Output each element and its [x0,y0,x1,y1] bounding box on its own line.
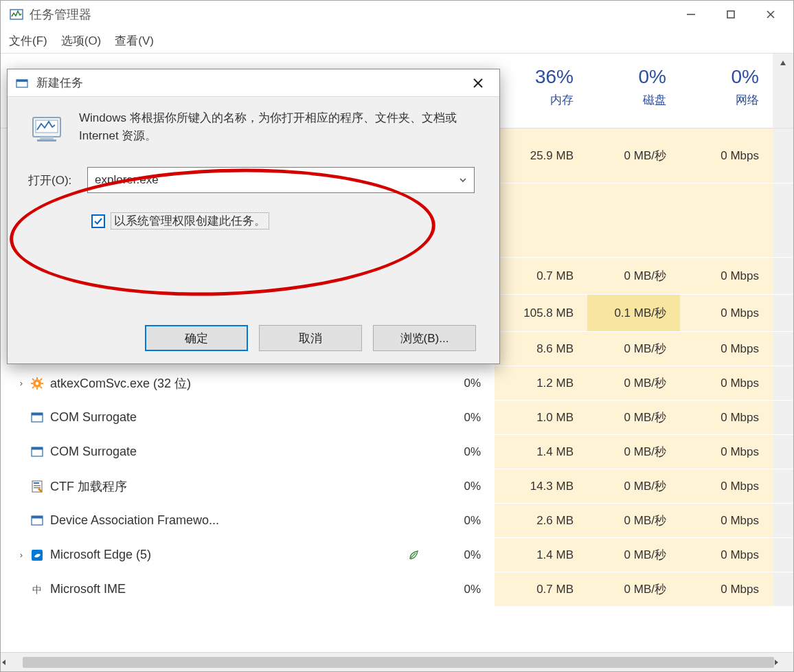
gear-icon [30,376,45,391]
disk-cell: 0 MB/秒 [587,538,680,572]
memory-cell: 2.6 MB [495,504,587,537]
vertical-scrollbar-track[interactable] [773,332,793,366]
column-header-disk[interactable]: 0% 磁盘 [587,54,680,128]
vertical-scrollbar-track[interactable] [773,538,793,572]
column-header-network[interactable]: 0% 网络 [680,54,773,128]
process-row[interactable]: 中Microsoft IME0%0.7 MB0 MB/秒0 Mbps [1,572,793,607]
memory-cell: 1.2 MB [495,366,587,400]
new-task-dialog: 新建任务 Windows 将根据你所键入的名称，为你打开相应的程序、文件夹、文档… [7,69,500,364]
process-row[interactable]: COM Surrogate0%1.4 MB0 MB/秒0 Mbps [1,435,793,469]
browse-button[interactable]: 浏览(B)... [373,325,476,351]
vertical-scrollbar-track[interactable] [773,258,793,294]
app-icon [30,410,45,425]
minimize-button[interactable] [671,1,711,28]
disk-cell: 0 MB/秒 [587,332,680,366]
open-combobox[interactable]: explorer.exe [87,167,475,193]
efficiency-leaf-icon [408,550,419,561]
dialog-title: 新建任务 [36,75,83,91]
maximize-button[interactable] [711,1,751,28]
svg-rect-23 [34,482,39,484]
dialog-close-button[interactable] [461,71,495,96]
column-header-memory[interactable]: 36% 内存 [495,54,587,128]
cancel-button[interactable]: 取消 [259,325,362,351]
network-cell: 0 Mbps [680,504,773,537]
window-title-bar[interactable]: 任务管理器 [1,1,793,28]
ctf-icon [30,479,45,494]
svg-point-9 [36,381,38,384]
memory-cell: 14.3 MB [495,469,587,503]
cpu-cell: 0% [426,435,495,469]
svg-rect-19 [32,413,43,416]
menu-bar: 文件(F) 选项(O) 查看(V) [1,28,793,53]
process-row[interactable]: CTF 加载程序0%14.3 MB0 MB/秒0 Mbps [1,469,793,504]
dialog-description: Windows 将根据你所键入的名称，为你打开相应的程序、文件夹、文档或 Int… [79,109,475,148]
dialog-title-bar[interactable]: 新建任务 [8,69,499,97]
vertical-scrollbar-track[interactable] [773,504,793,537]
memory-cell: 1.4 MB [495,435,587,469]
svg-rect-39 [40,137,54,139]
svg-rect-40 [37,139,56,142]
menu-options[interactable]: 选项(O) [61,33,102,49]
cpu-cell: 0% [426,366,495,400]
process-name: COM Surrogate [50,410,137,425]
vertical-scrollbar-track[interactable] [773,401,793,434]
chevron-down-icon[interactable] [459,176,467,184]
scroll-left-icon[interactable] [1,659,21,666]
menu-file[interactable]: 文件(F) [9,33,47,49]
disk-cell: 0 MB/秒 [587,128,680,183]
disk-cell: 0 MB/秒 [587,504,680,537]
svg-rect-2 [727,11,734,18]
menu-view[interactable]: 查看(V) [115,33,154,49]
process-row[interactable]: ›atkexComSvc.exe (32 位)0%1.2 MB0 MB/秒0 M… [1,366,793,401]
vertical-scrollbar-track[interactable] [773,295,793,331]
svg-line-14 [32,379,34,381]
run-large-icon [28,109,67,148]
svg-marker-31 [2,660,5,665]
process-row[interactable]: ›Microsoft Edge (5)0%1.4 MB0 MB/秒0 Mbps [1,538,793,572]
disk-cell: 0 MB/秒 [587,258,680,294]
memory-cell: 1.0 MB [495,401,587,434]
admin-checkbox[interactable] [91,214,105,228]
scrollbar-thumb[interactable] [23,657,774,668]
svg-rect-34 [16,80,27,82]
admin-checkbox-label[interactable]: 以系统管理权限创建此任务。 [111,212,269,229]
ok-button[interactable]: 确定 [145,325,248,351]
process-name: atkexComSvc.exe (32 位) [50,375,191,392]
vertical-scrollbar-track[interactable] [773,435,793,469]
network-label: 网络 [736,92,759,108]
cpu-cell: 0% [426,401,495,434]
svg-rect-27 [32,516,43,519]
memory-cell: 0.7 MB [495,258,587,294]
expand-toggle[interactable]: › [14,378,28,388]
vertical-scrollbar-track[interactable] [773,128,793,183]
disk-pct: 0% [639,66,666,88]
run-icon [14,76,30,91]
close-button[interactable] [751,1,791,28]
process-row[interactable]: Device Association Framewo...0%2.6 MB0 M… [1,504,793,538]
vertical-scrollbar-track[interactable] [773,469,793,503]
app-icon [30,445,45,460]
horizontal-scrollbar[interactable] [1,652,793,671]
memory-cell: 105.8 MB [495,295,587,331]
memory-cell: 8.6 MB [495,332,587,366]
open-label: 打开(O): [28,172,79,188]
expand-toggle[interactable]: › [14,550,28,560]
scroll-right-icon[interactable] [773,659,793,666]
process-name: COM Surrogate [50,445,137,459]
vertical-scrollbar-track[interactable] [773,366,793,400]
svg-marker-32 [775,660,778,665]
process-row[interactable]: COM Surrogate0%1.0 MB0 MB/秒0 Mbps [1,401,793,435]
process-name: CTF 加载程序 [50,478,127,495]
window-title: 任务管理器 [30,6,91,23]
svg-rect-21 [32,447,43,450]
cpu-cell: 0% [426,538,495,572]
svg-line-16 [32,386,34,388]
network-cell: 0 Mbps [680,295,773,331]
disk-cell: 0 MB/秒 [587,469,680,503]
vertical-scrollbar-up[interactable] [773,54,793,128]
svg-text:中: 中 [32,584,42,595]
memory-pct: 36% [535,66,574,88]
svg-marker-5 [780,60,786,65]
vertical-scrollbar-track[interactable] [773,572,793,606]
process-name: Device Association Framewo... [50,513,219,528]
